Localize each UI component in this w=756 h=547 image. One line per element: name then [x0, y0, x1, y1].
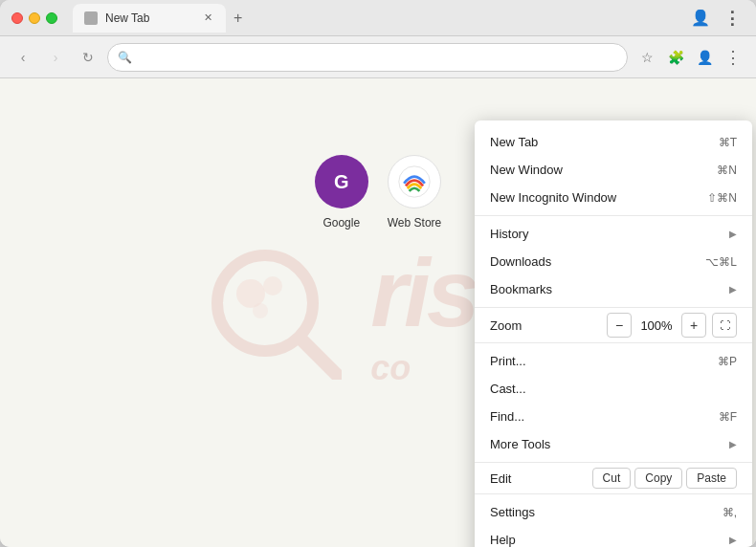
active-tab[interactable]: New Tab ✕ — [73, 4, 226, 33]
tab-bar: New Tab ✕ + — [73, 4, 679, 33]
menu-section-nav: History ▶ Downloads ⌥⌘L Bookmarks ▶ — [475, 216, 752, 308]
menu-item-print[interactable]: Print... ⌘P — [475, 347, 752, 375]
menu-item-downloads[interactable]: Downloads ⌥⌘L — [475, 248, 752, 275]
zoom-controls: − 100% + ⛶ — [607, 313, 737, 338]
history-label: History — [490, 227, 725, 241]
help-arrow-icon: ▶ — [729, 535, 737, 545]
maximize-button[interactable] — [46, 12, 57, 24]
zoom-value: 100% — [634, 318, 679, 333]
webstore-icon — [388, 155, 441, 208]
webstore-label: Web Store — [388, 216, 441, 230]
google-shortcut[interactable]: G Google — [315, 155, 368, 230]
menu-item-cast[interactable]: Cast... — [475, 375, 752, 403]
google-icon: G — [315, 155, 368, 208]
title-bar: New Tab ✕ + 👤 ⋮ — [0, 0, 756, 36]
menu-item-new-incognito[interactable]: New Incognito Window ⇧⌘N — [475, 184, 752, 211]
history-arrow-icon: ▶ — [729, 229, 737, 239]
downloads-label: Downloads — [490, 254, 705, 269]
bookmarks-label: Bookmarks — [490, 282, 725, 296]
back-button[interactable]: ‹ — [10, 44, 36, 71]
menu-item-new-tab[interactable]: New Tab ⌘T — [475, 128, 752, 156]
search-icon: 🔍 — [118, 51, 132, 64]
address-input[interactable] — [138, 50, 617, 64]
new-tab-label: New Tab — [490, 135, 719, 149]
paste-button[interactable]: Paste — [686, 468, 737, 489]
extensions-icon[interactable]: 🧩 — [662, 44, 689, 71]
new-window-label: New Window — [490, 163, 717, 177]
browser-window: New Tab ✕ + 👤 ⋮ ‹ › ↻ 🔍 ☆ 🧩 👤 ⋮ — [0, 0, 756, 547]
address-bar[interactable]: 🔍 — [107, 43, 628, 72]
cut-button[interactable]: Cut — [592, 468, 632, 489]
cast-label: Cast... — [490, 382, 737, 396]
menu-section-settings: Settings ⌘, Help ▶ — [475, 494, 752, 547]
new-tab-shortcut: ⌘T — [719, 136, 737, 149]
copy-button[interactable]: Copy — [634, 468, 682, 489]
menu-item-more-tools[interactable]: More Tools ▶ — [475, 430, 752, 458]
more-tools-label: More Tools — [490, 437, 725, 451]
edit-label: Edit — [490, 471, 592, 486]
help-label: Help — [490, 533, 725, 547]
edit-row: Edit Cut Copy Paste — [475, 463, 752, 494]
new-window-shortcut: ⌘N — [717, 164, 737, 177]
google-label: Google — [322, 216, 360, 230]
menu-button[interactable]: ⋮ — [718, 5, 745, 32]
forward-button[interactable]: › — [42, 44, 69, 71]
menu-section-tools: Print... ⌘P Cast... Find... ⌘F More Tool… — [475, 343, 752, 463]
profile-avatar-icon[interactable]: 👤 — [691, 44, 718, 71]
menu-item-help[interactable]: Help ▶ — [475, 526, 752, 547]
zoom-label: Zoom — [490, 318, 607, 333]
new-incognito-shortcut: ⇧⌘N — [707, 191, 737, 205]
bookmarks-arrow-icon: ▶ — [729, 284, 737, 295]
menu-item-bookmarks[interactable]: Bookmarks ▶ — [475, 275, 752, 303]
menu-section-new: New Tab ⌘T New Window ⌘N New Incognito W… — [475, 124, 752, 216]
find-shortcut: ⌘F — [719, 410, 737, 424]
tab-title: New Tab — [105, 11, 149, 25]
window-actions: 👤 ⋮ — [687, 5, 745, 32]
chrome-menu-icon[interactable]: ⋮ — [720, 44, 746, 71]
close-button[interactable] — [11, 12, 23, 24]
reload-button[interactable]: ↻ — [75, 44, 101, 71]
shortcuts-row: G Google Web Store — [315, 155, 441, 230]
print-shortcut: ⌘P — [718, 355, 737, 368]
downloads-shortcut: ⌥⌘L — [705, 255, 737, 269]
edit-buttons: Cut Copy Paste — [592, 468, 737, 489]
tab-favicon — [84, 11, 98, 25]
nav-bar: ‹ › ↻ 🔍 ☆ 🧩 👤 ⋮ — [0, 36, 756, 78]
tab-close-button[interactable]: ✕ — [201, 11, 214, 25]
menu-item-history[interactable]: History ▶ — [475, 220, 752, 248]
dropdown-menu: New Tab ⌘T New Window ⌘N New Incognito W… — [475, 120, 752, 547]
menu-item-settings[interactable]: Settings ⌘, — [475, 498, 752, 526]
find-label: Find... — [490, 409, 719, 424]
settings-shortcut: ⌘, — [723, 506, 737, 519]
minimize-button[interactable] — [29, 12, 40, 24]
menu-item-find[interactable]: Find... ⌘F — [475, 403, 752, 430]
new-tab-button[interactable]: + — [226, 6, 250, 31]
nav-icons: ☆ 🧩 👤 ⋮ — [634, 44, 746, 71]
zoom-fullscreen-button[interactable]: ⛶ — [712, 313, 737, 338]
webstore-shortcut[interactable]: Web Store — [388, 155, 441, 230]
zoom-row: Zoom − 100% + ⛶ — [475, 308, 752, 343]
settings-label: Settings — [490, 505, 723, 519]
traffic-lights — [11, 12, 57, 24]
zoom-plus-button[interactable]: + — [681, 313, 706, 338]
new-incognito-label: New Incognito Window — [490, 190, 707, 205]
bookmark-star-icon[interactable]: ☆ — [634, 44, 660, 71]
print-label: Print... — [490, 354, 718, 368]
menu-item-new-window[interactable]: New Window ⌘N — [475, 156, 752, 184]
more-tools-arrow-icon: ▶ — [729, 439, 737, 449]
profile-icon[interactable]: 👤 — [687, 5, 714, 32]
page-content: risk. co G Google — [0, 78, 756, 547]
zoom-minus-button[interactable]: − — [607, 313, 632, 338]
